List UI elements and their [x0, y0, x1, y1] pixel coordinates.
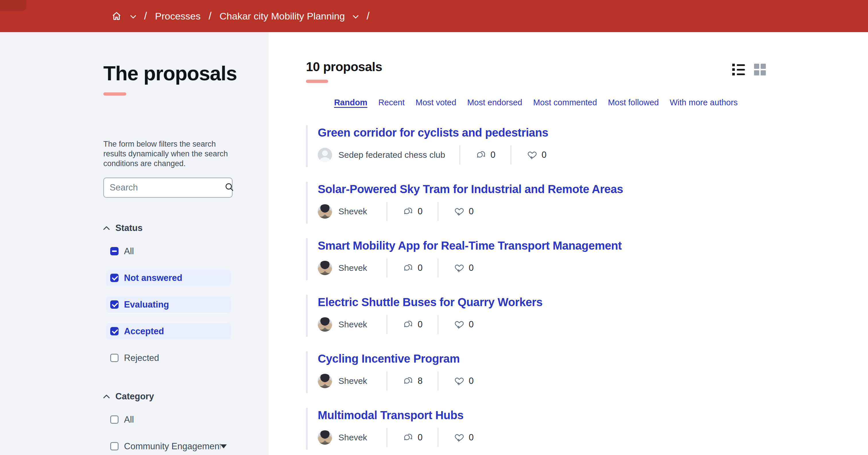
comments-count-segment: 0	[386, 315, 438, 334]
speech-bubbles-icon	[475, 149, 487, 161]
filter-option-all[interactable]: All	[106, 243, 231, 259]
list-view-icon[interactable]	[732, 64, 745, 75]
proposal-card: Electric Shuttle Buses for Quarry Worker…	[306, 296, 766, 334]
title-underline-accent	[103, 92, 126, 96]
endorsements-count-segment: 0	[438, 258, 489, 278]
filter-option-community-engagement-a[interactable]: Community Engagement a…	[106, 438, 231, 454]
filter-option-label: Community Engagement a…	[124, 441, 220, 452]
speech-bubbles-icon	[402, 432, 414, 443]
proposal-meta: Shevek 0 0	[318, 202, 766, 221]
avatar-photo	[318, 430, 332, 445]
comments-count: 0	[417, 319, 423, 330]
filter-option-rejected[interactable]: Rejected	[106, 350, 231, 366]
search-box	[103, 177, 232, 198]
count-underline-accent	[306, 80, 328, 83]
chevron-up-icon	[103, 226, 110, 231]
heart-plus-icon	[454, 319, 465, 330]
sort-option-most-voted[interactable]: Most voted	[415, 98, 456, 107]
sort-options: Random Recent Most voted Most endorsed M…	[306, 98, 766, 107]
proposal-author[interactable]: Sedep federated chess club	[318, 148, 460, 162]
proposal-title-link[interactable]: Solar-Powered Sky Tram for Industrial an…	[318, 183, 623, 196]
filter-option-label: Rejected	[124, 353, 159, 363]
proposal-title-link[interactable]: Smart Mobility App for Real-Time Transpo…	[318, 239, 622, 252]
checkbox[interactable]	[110, 274, 119, 282]
proposal-title-link[interactable]: Multimodal Transport Hubs	[318, 409, 464, 422]
proposal-list: Green corridor for cyclists and pedestri…	[306, 126, 766, 447]
filter-sections: Status All Not answered Evaluating Accep…	[103, 223, 236, 454]
sort-option-most-followed[interactable]: Most followed	[608, 98, 659, 107]
filter-option-label: Evaluating	[124, 299, 169, 310]
proposal-author[interactable]: Shevek	[318, 430, 386, 445]
filters-sidebar: The proposals The form below filters the…	[0, 32, 269, 455]
avatar-photo	[318, 261, 332, 275]
proposal-title-link[interactable]: Green corridor for cyclists and pedestri…	[318, 126, 548, 139]
endorsements-count: 0	[469, 319, 474, 330]
filter-option-label: Not answered	[124, 273, 182, 283]
filter-option-all[interactable]: All	[106, 412, 231, 428]
filter-option-not-answered[interactable]: Not answered	[106, 270, 231, 286]
proposal-meta: Shevek 0 0	[318, 428, 766, 447]
comments-count-segment: 0	[460, 145, 510, 164]
breadcrumb: / Processes / Chakar city Mobility Plann…	[0, 10, 369, 22]
endorsements-count: 0	[541, 150, 547, 160]
proposal-author[interactable]: Shevek	[318, 317, 386, 332]
chevron-up-icon	[103, 394, 110, 400]
header-corner-shade	[0, 0, 26, 11]
caret-down-icon[interactable]	[220, 444, 227, 448]
search-icon[interactable]	[224, 182, 235, 193]
top-navigation-bar: / Processes / Chakar city Mobility Plann…	[0, 0, 868, 32]
endorsements-count: 0	[469, 432, 474, 443]
sort-option-random[interactable]: Random	[334, 98, 367, 107]
proposals-count-title: 10 proposals	[306, 60, 382, 74]
filter-section-header[interactable]: Category	[103, 391, 236, 402]
checkbox[interactable]	[110, 300, 119, 309]
sort-option-recent[interactable]: Recent	[378, 98, 405, 107]
checkbox[interactable]	[110, 247, 119, 255]
proposal-title-link[interactable]: Electric Shuttle Buses for Quarry Worker…	[318, 296, 542, 309]
filter-option-evaluating[interactable]: Evaluating	[106, 296, 231, 313]
filter-options: All Not answered Evaluating Accepted Rej…	[103, 243, 236, 366]
comments-count-segment: 0	[386, 428, 438, 447]
checkbox[interactable]	[110, 354, 119, 362]
checkbox[interactable]	[110, 442, 119, 450]
endorsements-count-segment: 0	[438, 371, 489, 390]
proposal-author[interactable]: Shevek	[318, 261, 386, 275]
sort-option-with-more-authors[interactable]: With more authors	[670, 98, 738, 107]
proposal-card: Solar-Powered Sky Tram for Industrial an…	[306, 183, 766, 221]
endorsements-count: 0	[469, 376, 474, 386]
filter-option-label: Accepted	[124, 326, 164, 336]
home-icon[interactable]	[111, 10, 122, 22]
heart-plus-icon	[454, 375, 465, 387]
comments-count: 0	[417, 263, 423, 273]
sort-option-most-commented[interactable]: Most commented	[533, 98, 597, 107]
chevron-down-icon[interactable]	[130, 13, 136, 19]
speech-bubbles-icon	[402, 206, 414, 217]
endorsements-count-segment: 0	[438, 202, 489, 221]
filter-section-title: Category	[115, 391, 154, 402]
proposal-title-link[interactable]: Cycling Incentive Program	[318, 352, 460, 365]
filter-option-label: All	[124, 415, 134, 425]
search-input[interactable]	[110, 183, 224, 193]
proposals-main: 10 proposals Random Recent Most voted Mo…	[269, 32, 868, 455]
proposal-author[interactable]: Shevek	[318, 204, 386, 219]
chevron-down-icon[interactable]	[353, 13, 359, 19]
checkbox[interactable]	[110, 415, 119, 424]
proposal-card: Cycling Incentive Program Shevek 8	[306, 352, 766, 390]
sort-option-most-endorsed[interactable]: Most endorsed	[467, 98, 522, 107]
view-toggle	[732, 64, 766, 75]
comments-count: 0	[491, 150, 495, 160]
endorsements-count-segment: 0	[438, 428, 489, 447]
speech-bubbles-icon	[402, 262, 414, 274]
proposal-author[interactable]: Shevek	[318, 374, 386, 388]
filter-section-header[interactable]: Status	[103, 223, 236, 233]
filter-section: Category All Community Engagement a…	[103, 391, 236, 454]
filter-option-accepted[interactable]: Accepted	[106, 323, 231, 339]
breadcrumb-processes[interactable]: Processes	[155, 11, 200, 22]
checkbox[interactable]	[110, 327, 119, 335]
proposal-meta: Shevek 8 0	[318, 371, 766, 390]
filter-option-label: All	[124, 246, 134, 257]
grid-view-icon[interactable]	[754, 64, 766, 75]
proposal-card: Multimodal Transport Hubs Shevek 0	[306, 409, 766, 447]
proposal-card: Green corridor for cyclists and pedestri…	[306, 126, 766, 164]
breadcrumb-process-name[interactable]: Chakar city Mobility Planning	[220, 11, 345, 22]
